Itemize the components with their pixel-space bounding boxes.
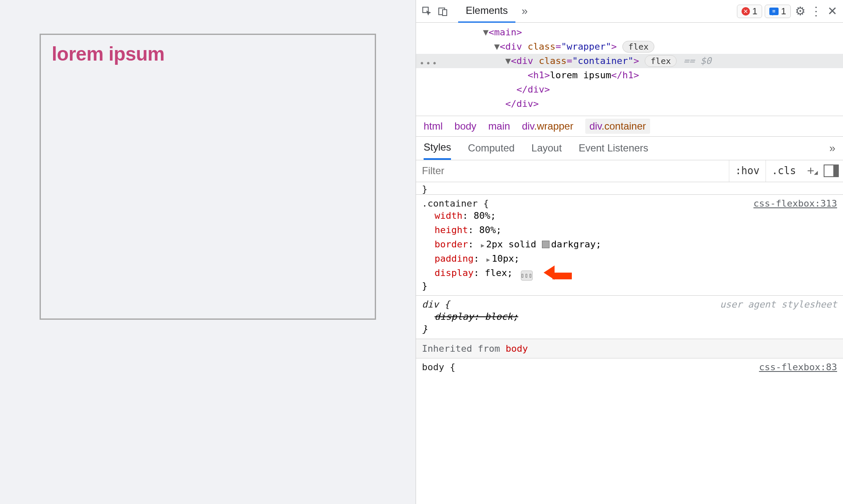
dom-node-container-selected[interactable]: ••• ▼<div class="container"> flex== $0 <box>416 54 843 68</box>
preview-heading: lorem ipsum <box>52 42 364 65</box>
subtab-overflow-icon[interactable]: » <box>830 142 835 155</box>
decl-width[interactable]: width: 80%; <box>422 209 837 223</box>
flex-editor-icon[interactable]: ▯▯▯ <box>521 271 533 281</box>
rule-selector[interactable]: body { <box>422 362 455 372</box>
devtools-panel: Elements » ✕ 1 ≡ 1 ⚙ ⋮ ✕ ▼<main> ▼<div c… <box>416 0 843 504</box>
page-preview: lorem ipsum <box>0 0 416 504</box>
hov-toggle[interactable]: :hov <box>729 160 766 182</box>
filter-input[interactable] <box>416 165 729 177</box>
messages-count: 1 <box>781 6 786 17</box>
decl-padding[interactable]: padding: ▶10px; <box>422 252 837 266</box>
rule-source-ua: user agent stylesheet <box>720 299 837 310</box>
kebab-icon[interactable]: ⋮ <box>809 5 823 18</box>
flex-badge[interactable]: flex <box>645 55 677 67</box>
crumb-body[interactable]: body <box>454 120 476 132</box>
dom-node-main[interactable]: ▼<main> <box>416 25 843 40</box>
rule-div-ua[interactable]: div { user agent stylesheet display: blo… <box>416 296 843 339</box>
message-icon: ≡ <box>769 8 779 15</box>
device-toggle-icon[interactable] <box>436 5 450 18</box>
subtab-event-listeners[interactable]: Event Listeners <box>579 142 648 154</box>
color-swatch-icon[interactable] <box>542 241 550 248</box>
style-rules: } .container { css-flexbox:313 width: 80… <box>416 182 843 377</box>
tab-elements[interactable]: Elements <box>458 0 515 23</box>
crumb-container[interactable]: div.container <box>585 119 650 134</box>
dom-node-wrapper[interactable]: ▼<div class="wrapper"> flex <box>416 40 843 54</box>
rule-body[interactable]: body { css-flexbox:83 <box>416 358 843 377</box>
rule-container[interactable]: .container { css-flexbox:313 width: 80%;… <box>416 195 843 296</box>
error-dot-icon: ✕ <box>742 7 750 16</box>
dollar-zero-ref: == $0 <box>683 56 711 66</box>
devtools-toolbar: Elements » ✕ 1 ≡ 1 ⚙ ⋮ ✕ <box>416 0 843 23</box>
inspect-icon[interactable] <box>420 5 434 18</box>
crumb-html[interactable]: html <box>424 120 443 132</box>
annotation-arrow-icon <box>552 269 572 284</box>
decl-height[interactable]: height: 80%; <box>422 223 837 237</box>
rule-close-brace: } <box>422 281 837 291</box>
decl-border[interactable]: border: ▶2px solid darkgray; <box>422 237 837 252</box>
expand-shorthand-icon[interactable]: ▶ <box>481 242 484 249</box>
expand-shorthand-icon[interactable]: ▶ <box>486 256 490 263</box>
crumb-main[interactable]: main <box>488 120 510 132</box>
breadcrumb[interactable]: html body main div.wrapper div.container <box>416 116 843 137</box>
reveal-dots-icon[interactable]: ••• <box>419 57 438 70</box>
rule-close-brace: } <box>422 324 837 334</box>
dom-node-container-close[interactable]: </div> <box>416 82 843 97</box>
container-box: lorem ipsum <box>40 34 376 320</box>
dom-node-h1[interactable]: <h1>lorem ipsum</h1> <box>416 68 843 82</box>
decl-display[interactable]: display: flex; ▯▯▯ <box>422 266 837 281</box>
svg-rect-2 <box>443 10 447 16</box>
inherited-from-header: Inherited from body <box>416 339 843 358</box>
rule-trail-brace: } <box>416 182 843 195</box>
styles-subtabs: Styles Computed Layout Event Listeners » <box>416 137 843 160</box>
rule-selector: div { <box>422 299 450 310</box>
settings-icon[interactable]: ⚙ <box>793 5 807 18</box>
messages-badge[interactable]: ≡ 1 <box>765 5 791 18</box>
more-tabs-icon[interactable]: » <box>518 5 531 18</box>
rule-selector[interactable]: .container { <box>422 198 489 209</box>
dom-tree[interactable]: ▼<main> ▼<div class="wrapper"> flex ••• … <box>416 23 843 116</box>
decl-display-block: display: block; <box>422 310 837 324</box>
crumb-wrapper[interactable]: div.wrapper <box>522 120 573 132</box>
errors-badge[interactable]: ✕ 1 <box>737 5 762 18</box>
new-rule-button[interactable]: +◢ <box>802 164 819 178</box>
rule-source-link[interactable]: css-flexbox:83 <box>759 362 837 372</box>
subtab-computed[interactable]: Computed <box>468 142 515 154</box>
subtab-styles[interactable]: Styles <box>424 136 451 160</box>
rule-source-link[interactable]: css-flexbox:313 <box>753 198 837 209</box>
subtab-layout[interactable]: Layout <box>531 142 562 154</box>
errors-count: 1 <box>752 6 758 17</box>
cls-toggle[interactable]: .cls <box>766 160 802 182</box>
close-icon[interactable]: ✕ <box>825 5 839 18</box>
dom-node-wrapper-close[interactable]: </div> <box>416 97 843 111</box>
computed-panel-toggle-icon[interactable] <box>824 164 839 177</box>
styles-filter-bar: :hov .cls +◢ <box>416 160 843 182</box>
flex-badge[interactable]: flex <box>622 41 654 53</box>
